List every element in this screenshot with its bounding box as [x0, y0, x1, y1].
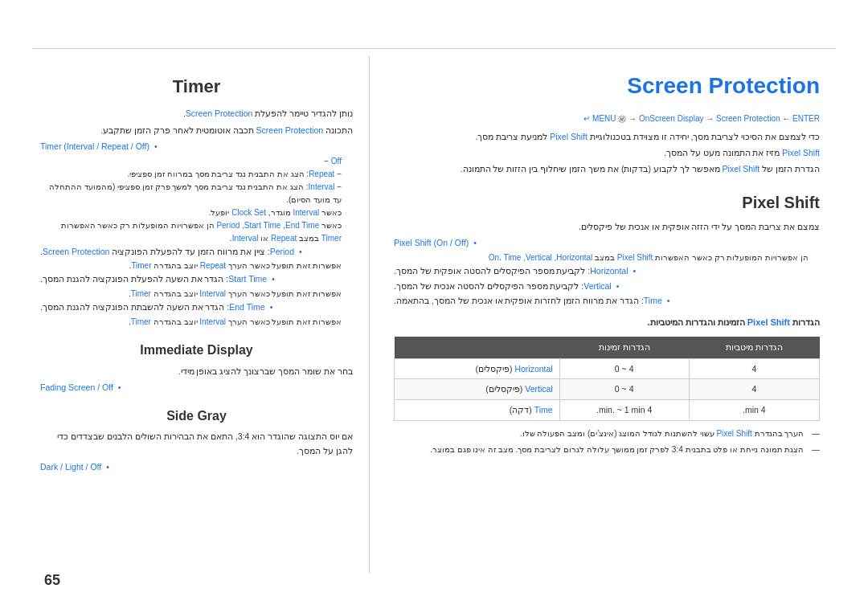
timer-period-bullet: • Period: ציין את מרווח הזמן עד להפעלת ה…: [40, 245, 353, 259]
pixel-shift-table: הגדרות מיטביות הגדרות זמינות 4 4 ~ 0 Hor…: [394, 337, 820, 421]
timer-title: Timer: [40, 72, 353, 100]
table-header-available: הגדרות זמינות: [559, 337, 689, 358]
screen-protection-intro3: הגדרת הזמן של Pixel Shift מאפשר לך לקבוע…: [394, 162, 820, 176]
time-bullet: • Time: הגדר את מרווח הזמן לחזרות אופקית…: [394, 294, 820, 308]
side-gray-intro: אם יוס התצוגה שהוגדר הוא 3:4, התאם את הב…: [40, 430, 353, 458]
vertical-bullet: • Vertical: לקביעת מספר הפיקסלים להסטה א…: [394, 280, 820, 293]
table-header-label: [395, 337, 560, 358]
vertical-available: 4 ~ 0: [559, 379, 689, 400]
main-layout: Timer נותן להגדיר טיימר להפעלת Screen Pr…: [32, 56, 836, 573]
page-number: 65: [44, 572, 60, 589]
side-gray-bullet: • Dark / Light / Off: [40, 460, 353, 474]
time-available: 4 min. ~ 1 min.: [559, 400, 689, 421]
time-optimal: 4 min.: [689, 400, 819, 421]
pixel-shift-onoff-bullet: • Pixel Shift (On / Off): [394, 236, 820, 250]
timer-interval-sub: − Interval: הצג את התבנית נגד צריבת מסך …: [40, 181, 353, 206]
timer-clockset-sub: כאשר Interval מוגדר, Clock Set יופעל.: [40, 206, 353, 219]
timer-bullet-interval: • Timer (Interval / Repeat / Off): [40, 140, 353, 153]
note-2: הצגת תמונה נייחת או פלט בתבנית 3:4 לפרק …: [394, 443, 820, 456]
horizontal-label: Horizontal (פיקסלים): [395, 358, 560, 379]
pixel-shift-desc: צמצם את צריבת המסך על ידי הזזה אופקית או…: [394, 220, 820, 234]
screen-protection-intro1: כדי לצמצם את הסיכוי לצריבת מסך, יחידה זו…: [394, 130, 820, 144]
timer-intro2: התכונה Screen Protection תכבה אוטומטית ל…: [40, 124, 353, 137]
table-row-vertical: 4 4 ~ 0 Vertical (פיקסלים): [395, 379, 820, 400]
horizontal-optimal: 4: [689, 358, 819, 379]
side-gray-title: Side Gray: [40, 406, 353, 427]
note-1: הערך בהגדרת Pixel Shift עשוי להשתנות לגו…: [394, 427, 820, 440]
immediate-display-title: Immediate Display: [40, 340, 353, 361]
timer-period-sub: כאשר Period ,Start Time ,End Time הן אפש…: [40, 219, 353, 245]
vertical-optimal: 4: [689, 379, 819, 400]
table-row-time: 4 min. 4 min. ~ 1 min. Time (דקה): [395, 400, 820, 421]
menu-path: MENU ㊙ → OnScreen Display → Screen Prote…: [394, 112, 820, 125]
vertical-label: Vertical (פיקסלים): [395, 379, 560, 400]
horizontal-bullet: • Horizontal: לקביעת מספר הפיקסלים להסטה…: [394, 264, 820, 278]
immediate-display-bullet: • Fading Screen / Off: [40, 381, 353, 394]
pixel-shift-sub: הן אפשרויות המופעלות רק כאשר האפשרות Pix…: [394, 251, 820, 264]
left-column: Timer נותן להגדיר טיימר להפעלת Screen Pr…: [32, 56, 370, 573]
timer-intro1: נותן להגדיר טיימר להפעלת Screen Protecti…: [40, 107, 353, 121]
table-heading: הגדרות Pixel Shift הזמינות והגדרות המיטב…: [394, 316, 820, 330]
timer-repeat-sub: − Repeat: הצג את התבנית נגד צריבת מסך במ…: [40, 168, 353, 181]
time-label: Time (דקה): [395, 400, 560, 421]
timer-endtime-sub: אפשרות זאת תופעל כאשר הערך Interval יוצב…: [40, 316, 353, 329]
pixel-shift-title: Pixel Shift: [394, 190, 820, 215]
timer-endtime-bullet: • End Time: הגדר את השעה להשבתת הפונקציה…: [40, 300, 353, 314]
table-row-horizontal: 4 4 ~ 0 Horizontal (פיקסלים): [395, 358, 820, 379]
top-divider: [32, 48, 836, 49]
timer-period-sub2: אפשרות זאת תופעל כאשר הערך Repeat יוצב ב…: [40, 260, 353, 272]
screen-protection-title: Screen Protection: [394, 68, 820, 104]
timer-starttime-bullet: • Start Time: הגדר את השעה להפעלת הפונקצ…: [40, 272, 353, 286]
table-header-optimal: הגדרות מיטביות: [689, 337, 819, 358]
timer-starttime-sub: אפשרות זאת תופעל כאשר הערך Interval יוצב…: [40, 288, 353, 300]
timer-off-sub: Off −: [40, 155, 353, 168]
horizontal-available: 4 ~ 0: [559, 358, 689, 379]
immediate-display-intro: בחר את שומר המסך שברצונך להציג באופן מיד…: [40, 365, 353, 378]
screen-protection-intro2: Pixel Shift מזיז את התמונה מעט על המסך.: [394, 146, 820, 160]
right-column: Screen Protection MENU ㊙ → OnScreen Disp…: [370, 56, 836, 573]
